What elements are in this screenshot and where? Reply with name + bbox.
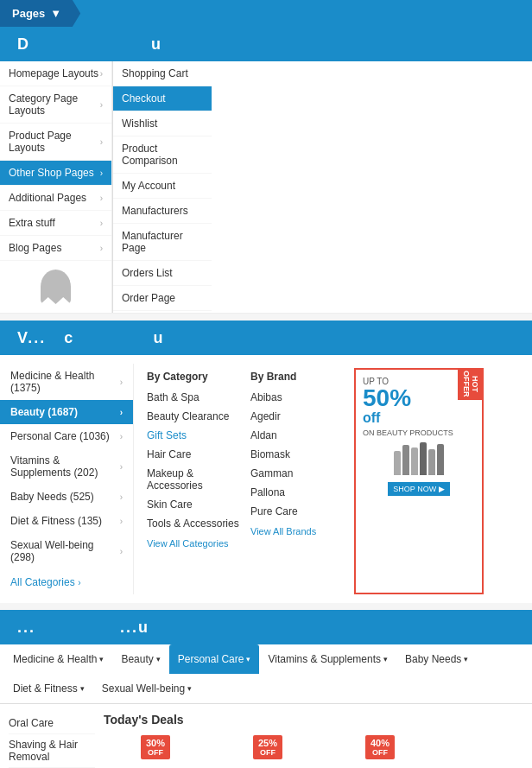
view-all-brands-link[interactable]: View All Brands — [246, 521, 350, 542]
tab-personal-care[interactable]: Personal Care ▾ — [169, 644, 260, 674]
menu-category-page-layouts[interactable]: Category Page Layouts › — [0, 86, 111, 124]
arrow-icon: › — [120, 408, 123, 417]
deal1-badge: 30% OFF — [141, 735, 170, 759]
pages-button[interactable]: Pages ▼ — [0, 0, 80, 27]
cat-col-bath-spa[interactable]: Bath & Spa — [142, 388, 246, 407]
cat-col-makeup[interactable]: Makeup & Accessories — [142, 464, 246, 495]
left-menu-panel: Homepage Layouts › Category Page Layouts… — [0, 61, 112, 313]
pages-dropdown: Homepage Layouts › Category Page Layouts… — [0, 61, 532, 314]
tab-vitamins[interactable]: Vitamins & Supplements ▾ — [259, 644, 396, 674]
promo-off: off — [363, 410, 475, 426]
sidebar-shaving[interactable]: Shaving & Hair Removal — [9, 734, 95, 768]
section-pages-nav: Pages ▼ D u Homepage Layouts › Category … — [0, 0, 532, 314]
deals-area: Today's Deals 30% OFF IVORY — [104, 713, 523, 768]
arrow-icon: › — [100, 194, 103, 203]
arrow-icon: › — [120, 517, 123, 526]
beauty-expanded-menu: By Category Bath & Spa Beauty Clearance … — [134, 364, 532, 594]
deal3-badge-wrapper: 40% OFF — [328, 735, 432, 764]
submenu-checkout[interactable]: Checkout — [113, 86, 212, 111]
cat-medicine-health[interactable]: Medicine & Health (1375) › — [0, 364, 133, 400]
menu-blog-pages[interactable]: Blog Pages › — [0, 236, 111, 261]
brand-pure-care[interactable]: Pure Care — [246, 502, 350, 521]
tab-arrow-icon: ▾ — [156, 655, 161, 663]
tab-baby-needs[interactable]: Baby Needs ▾ — [396, 644, 477, 674]
submenu-manufacturers[interactable]: Manufacturers — [113, 199, 212, 224]
bottle1 — [394, 451, 401, 475]
ghost-icon-area — [0, 261, 111, 313]
shop-now-button[interactable]: SHOP NOW ▶ — [388, 482, 449, 496]
menu-homepage-layouts[interactable]: Homepage Layouts › — [0, 61, 111, 86]
banner3-text: ... ...u — [17, 619, 149, 637]
pages-arrow: ▼ — [50, 7, 61, 20]
tab-arrow-icon: ▾ — [187, 684, 192, 693]
tab-diet-fitness[interactable]: Diet & Fitness ▾ — [4, 674, 93, 703]
cat-sexual-wellbeing[interactable]: Sexual Well-being (298) › — [0, 533, 133, 569]
section3: ... ...u Medicine & Health ▾ Beauty ▾ Pe… — [0, 610, 532, 768]
tab-arrow-icon: ▾ — [80, 684, 85, 693]
by-category-col: By Category Bath & Spa Beauty Clearance … — [142, 364, 246, 594]
menu-product-page-layouts[interactable]: Product Page Layouts › — [0, 124, 111, 161]
banner1-text: D u — [17, 35, 162, 54]
tab-sexual-wellbeing[interactable]: Sexual Well-being ▾ — [93, 674, 201, 703]
cat-col-beauty-clearance[interactable]: Beauty Clearance — [142, 407, 246, 426]
pages-label: Pages — [12, 7, 45, 20]
brand-gamman[interactable]: Gamman — [246, 464, 350, 483]
cat-col-tools[interactable]: Tools & Accessories — [142, 514, 246, 533]
cat-col-hair-care[interactable]: Hair Care — [142, 445, 246, 464]
banner2: V... c u — [0, 321, 532, 355]
submenu-manufacturer-page[interactable]: Manufacturer Page — [113, 224, 212, 261]
tab-arrow-icon: ▾ — [383, 655, 388, 663]
deals-header: Today's Deals — [104, 713, 523, 727]
menu-other-shop-pages[interactable]: Other Shop Pages › — [0, 161, 111, 186]
bottle6 — [437, 444, 444, 475]
brand-biomask[interactable]: Biomask — [246, 445, 350, 464]
submenu-order-page[interactable]: Order Page — [113, 286, 212, 311]
banner3: ... ...u — [0, 610, 532, 644]
arrow-icon: › — [100, 69, 103, 79]
tab-arrow-icon: ▾ — [246, 655, 250, 663]
submenu-my-account[interactable]: My Account — [113, 174, 212, 199]
tab-beauty[interactable]: Beauty ▾ — [112, 644, 168, 674]
tab-medicine-health[interactable]: Medicine & Health ▾ — [4, 644, 112, 674]
brand-agedir[interactable]: Agedir — [246, 407, 350, 426]
arrow-icon: › — [100, 100, 103, 110]
tab-arrow-icon: ▾ — [464, 655, 468, 663]
top-nav-bar: Pages ▼ — [0, 0, 532, 27]
sidebar-oral-care[interactable]: Oral Care — [9, 713, 95, 734]
brand-abibas[interactable]: Abibas — [246, 388, 350, 407]
submenu-orders-list[interactable]: Orders List — [113, 261, 212, 286]
brand-pallona[interactable]: Pallona — [246, 483, 350, 502]
deal2-badge-wrapper: 25% OFF — [216, 735, 320, 764]
cat-personal-care[interactable]: Personal Care (1036) › — [0, 424, 133, 448]
bottom-content-area: Oral Care Shaving & Hair Removal Men's S… — [0, 704, 532, 768]
deal1-badge-wrapper: 30% OFF — [104, 735, 207, 764]
by-brand-col: By Brand Abibas Agedir Aldan Biomask Gam… — [246, 364, 350, 594]
deal-luvs: 25% OFF Luvs Luvs with Leakguards, Size … — [216, 735, 320, 768]
menu-additional-pages[interactable]: Additional Pages › — [0, 186, 111, 211]
bottles-illustration — [363, 441, 475, 475]
deal3-badge: 40% OFF — [365, 735, 395, 759]
view-all-categories-link[interactable]: View All Categories — [142, 533, 246, 554]
arrow-icon: › — [120, 432, 123, 441]
cat-diet-fitness[interactable]: Diet & Fitness (135) › — [0, 509, 133, 533]
cat-vitamins[interactable]: Vitamins & Supplements (202) › — [0, 448, 133, 485]
submenu-shopping-cart[interactable]: Shopping Cart — [113, 61, 212, 86]
cat-col-gift-sets[interactable]: Gift Sets — [142, 426, 246, 445]
submenu-wishlist[interactable]: Wishlist — [113, 111, 212, 136]
cat-view-all-link[interactable]: All Categories › — [0, 569, 133, 594]
brand-aldan[interactable]: Aldan — [246, 426, 350, 445]
deal-ivory: 30% OFF IVORY Ivory Body Wash, Original … — [104, 735, 207, 768]
submenu-product-comparison[interactable]: Product Comparison — [113, 136, 212, 174]
sidebar-categories: Oral Care Shaving & Hair Removal Men's S… — [9, 713, 95, 768]
promo-box: HOTOFFER UP TO 50% off ON BEAUTY PRODUCT… — [354, 368, 484, 594]
menu-extra-stuff[interactable]: Extra stuff › — [0, 211, 111, 236]
cat-beauty[interactable]: Beauty (1687) › — [0, 400, 133, 424]
arrow-icon: › — [100, 244, 103, 253]
arrow-icon: › — [100, 168, 103, 178]
bottle5 — [428, 449, 435, 475]
bottle2 — [402, 445, 409, 475]
cat-baby-needs[interactable]: Baby Needs (525) › — [0, 485, 133, 509]
deal2-badge: 25% OFF — [253, 735, 282, 759]
banner1: D u — [0, 27, 532, 61]
cat-col-skin-care[interactable]: Skin Care — [142, 495, 246, 514]
